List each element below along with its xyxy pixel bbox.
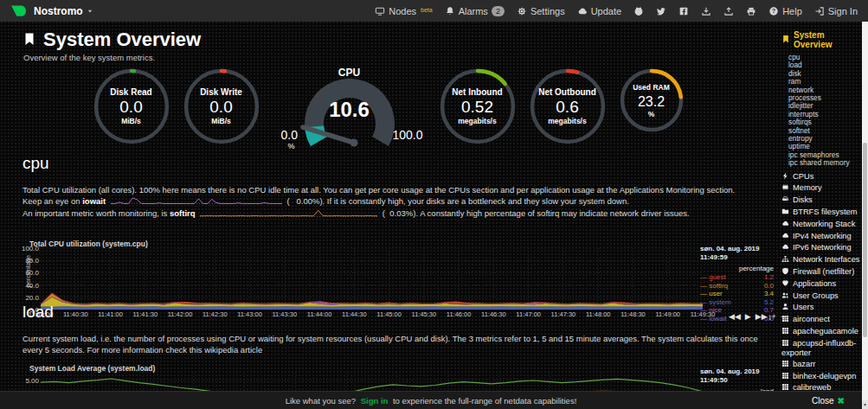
gauge-net-inbound[interactable]: Net Inbound0.52megabits/s xyxy=(438,67,518,146)
gauge-disk-read[interactable]: Disk Read0.0MiB/s xyxy=(92,67,171,146)
shield-icon xyxy=(781,267,793,277)
legend-time: 11:49:59 xyxy=(700,253,774,262)
scrollbar-thumb[interactable] xyxy=(863,143,867,337)
twitter-icon[interactable] xyxy=(656,6,666,16)
sidebar-section-apacheguacamole[interactable]: apacheguacamole xyxy=(776,327,862,339)
alarm-count-badge: 2 xyxy=(492,6,505,16)
gauge-disk-write[interactable]: Disk Write0.0MiB/s xyxy=(182,67,261,146)
svg-text:?: ? xyxy=(772,8,775,14)
x-tick-label: 11:43:30 xyxy=(267,310,302,318)
facebook-icon[interactable] xyxy=(678,6,689,16)
legend-date: søn. 04. aug. 2019 xyxy=(700,367,774,376)
signin-link[interactable]: Sign in xyxy=(361,396,389,406)
gauge-label: Disk Write xyxy=(200,86,242,98)
sidebar: System Overview cpuloaddiskramnetworkpro… xyxy=(776,22,862,409)
sidebar-section-ipv4-networking[interactable]: IPv4 Networking xyxy=(776,232,862,244)
scrollbar-down-icon[interactable]: ▾ xyxy=(862,400,868,409)
x-tick-label: 11:48:30 xyxy=(615,310,650,318)
x-tick-label: 11:46:30 xyxy=(476,310,511,318)
gauge-min-label: 0.0 xyxy=(281,128,298,142)
pan-forward-button[interactable]: ▶▶ xyxy=(755,312,768,321)
sidebar-section-disks[interactable]: Disks xyxy=(776,195,862,208)
hostname-label: Nostromo xyxy=(34,5,83,17)
softirq-sparkline xyxy=(200,208,377,220)
help-button[interactable]: ?Help xyxy=(768,6,802,16)
legend-row-guest[interactable]: — guest1.2 xyxy=(700,273,774,282)
gauge-label: Disk Read xyxy=(110,86,151,98)
x-tick-label: 11:45:00 xyxy=(372,310,407,318)
legend-row-softirq[interactable]: — softirq0.0 xyxy=(700,282,774,291)
sidebar-section-bazarr[interactable]: bazarr xyxy=(776,360,862,372)
sidebar-section-btrfs-filesystem[interactable]: BTRFS filesystem xyxy=(776,208,862,220)
sidebar-section-user-groups[interactable]: User Groups xyxy=(776,291,862,304)
banner-message: Like what you see? Sign in to experience… xyxy=(286,396,577,406)
netdata-logo-icon[interactable] xyxy=(10,3,26,19)
y-tick-label: 100.0 xyxy=(18,245,39,252)
gauge-unit: MiB/s xyxy=(211,117,231,126)
cpu-chart[interactable]: Total CPU utilization (system.cpu) perce… xyxy=(24,238,775,327)
github-icon[interactable] xyxy=(633,6,644,16)
printer-icon[interactable] xyxy=(746,6,756,16)
hostname-menu[interactable]: Nostromo xyxy=(34,5,93,17)
gauge-net-outbound[interactable]: Net Outbound0.6megabits/s xyxy=(528,67,608,146)
sidebar-item-system-overview[interactable]: System Overview xyxy=(776,22,862,54)
legend-row-user[interactable]: — user3.4 xyxy=(700,290,774,298)
download-icon[interactable] xyxy=(701,6,711,16)
gauge-value: 0.0 xyxy=(119,98,142,117)
hdd-icon xyxy=(781,195,793,205)
bookmark-icon xyxy=(781,35,790,45)
y-tick-label: 60.0 xyxy=(18,269,39,277)
x-tick-label: 11:44:00 xyxy=(302,310,337,318)
x-tick-label: 11:49:30 xyxy=(685,310,720,318)
cloud-icon xyxy=(781,232,793,241)
sidebar-section-applications[interactable]: Applications xyxy=(776,279,862,291)
sidebar-section-networking-stack[interactable]: Networking Stack xyxy=(776,220,862,232)
page-subtitle: Overview of the key system metrics. xyxy=(23,53,155,62)
page-scrollbar[interactable]: ▾ xyxy=(862,22,868,409)
nav-item-nodes[interactable]: Nodesbeta xyxy=(375,6,432,16)
pan-backward-button[interactable]: ◀◀ xyxy=(729,312,741,321)
gauge-label: Net Outbound xyxy=(538,86,596,98)
sidebar-section-network-interfaces[interactable]: Network Interfaces xyxy=(776,255,862,267)
sitemap-icon xyxy=(781,255,793,265)
nav-item-settings[interactable]: Settings xyxy=(517,6,565,16)
sidebar-section-memory[interactable]: Memory xyxy=(776,183,862,195)
sidebar-section-ipv6-networking[interactable]: IPv6 Networking xyxy=(776,243,862,255)
x-tick-label: 11:42:30 xyxy=(197,310,232,318)
signin-button[interactable]: Sign In xyxy=(814,6,858,16)
sidebar-item-ipc-shared-memory[interactable]: ipc shared memory xyxy=(776,159,862,167)
cpu-chart-title: Total CPU utilization (system.cpu) xyxy=(29,240,148,248)
gauge-label: CPU xyxy=(272,67,428,79)
gauges-row: Disk Read0.0MiB/sDisk Write0.0MiB/sCPU10… xyxy=(0,67,776,157)
x-tick-label: 11:44:30 xyxy=(337,310,371,318)
gauge-used-ram[interactable]: Used RAM23.2% xyxy=(618,67,685,134)
sidebar-subsections: cpuloaddiskramnetworkprocessesidlejitter… xyxy=(776,54,862,168)
cpu-description-line3: An important metric worth monitoring, is… xyxy=(23,208,767,220)
sidebar-section-firewall-netfilter[interactable]: Firewall (netfilter) xyxy=(776,267,862,279)
nav-item-update[interactable]: Update xyxy=(577,6,621,16)
sidebar-section-users[interactable]: Users xyxy=(776,303,862,315)
page-title: System Overview xyxy=(23,29,201,51)
gauge-value: 10.6 xyxy=(276,98,423,122)
sidebar-section-cpus[interactable]: CPUs xyxy=(776,172,862,184)
sidebar-section-airconnect[interactable]: airconnect xyxy=(776,315,862,327)
folder-icon xyxy=(781,208,793,217)
nav-item-alarms[interactable]: Alarms2 xyxy=(445,6,505,16)
cloud-icon xyxy=(781,243,793,252)
legend-row-system[interactable]: — system5.2 xyxy=(700,298,774,307)
sidebar-section-apcupsd-influxdb-exporter[interactable]: apcupsd-influxdb-exporter xyxy=(776,339,862,360)
sidebar-section-binhex-delugevpn[interactable]: binhex-delugevpn xyxy=(776,372,862,384)
resize-handle-icon[interactable]: ↕ xyxy=(768,312,772,322)
close-button[interactable]: Close ✖ xyxy=(812,396,845,406)
load-chart-title: System Load Average (system.load) xyxy=(29,364,155,373)
legend-date: søn. 04. aug. 2019 xyxy=(700,245,774,253)
play-button[interactable]: ▶ xyxy=(745,312,751,321)
x-tick-label: 11:45:30 xyxy=(407,310,441,318)
load-description: Current system load, i.e. the number of … xyxy=(23,333,767,355)
cpu-chart-canvas[interactable] xyxy=(41,248,703,313)
applications-icon xyxy=(781,279,793,289)
section-heading-load: load xyxy=(23,303,54,322)
upload-icon[interactable] xyxy=(723,6,734,16)
section-heading-cpu: cpu xyxy=(23,154,49,173)
gauge-cpu-gauge[interactable]: CPU10.60.0100.0% xyxy=(272,67,428,157)
